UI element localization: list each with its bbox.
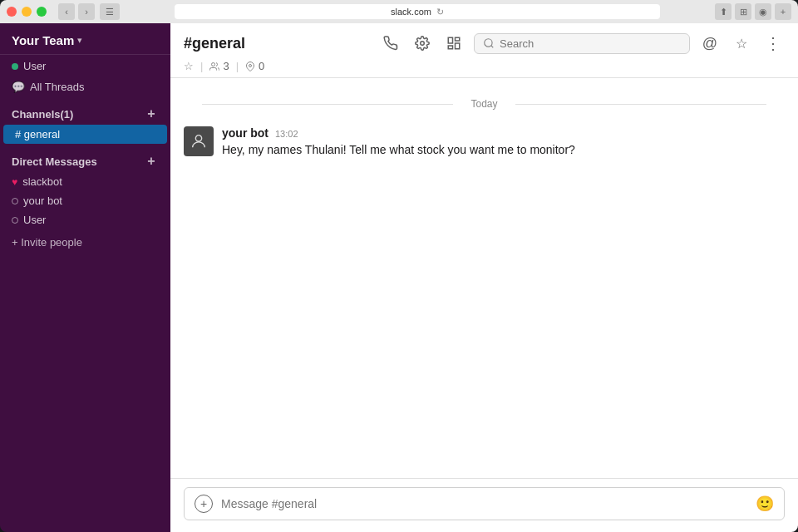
team-header[interactable]: Your Team ▾ <box>0 23 170 55</box>
sidebar-item-yourbot[interactable]: your bot <box>0 191 170 210</box>
svg-rect-2 <box>456 37 460 41</box>
message-input-box: + 🙂 <box>184 487 785 520</box>
sidebar-item-slackbot[interactable]: ♥ slackbot <box>0 172 170 191</box>
search-box[interactable] <box>474 33 690 54</box>
channel-star-icon[interactable]: ☆ <box>184 60 194 72</box>
back-button[interactable]: ‹ <box>58 3 75 20</box>
sidebar-user: User <box>0 55 170 77</box>
pin-icon <box>245 62 255 71</box>
dm-section-header: Direct Messages + <box>0 144 170 172</box>
invite-label: + Invite people <box>12 236 82 249</box>
layout-icon[interactable] <box>442 32 466 55</box>
members-icon <box>209 62 219 71</box>
user-dm-name: User <box>23 214 46 226</box>
message-header: your bot 13:02 <box>222 126 575 140</box>
message-input[interactable] <box>221 497 747 510</box>
sidebar-item-general[interactable]: # general <box>3 125 167 144</box>
sidebar-user-name: User <box>23 60 46 72</box>
avatar <box>184 126 214 156</box>
sidebar-item-user[interactable]: User <box>0 210 170 229</box>
mentions-icon[interactable]: @ <box>698 32 722 55</box>
message-text: Hey, my names Thulani! Tell me what stoc… <box>222 141 575 159</box>
svg-rect-3 <box>456 43 460 49</box>
title-bar: ‹ › ☰ slack.com ↻ ⬆ ⊞ ◉ + <box>0 0 798 23</box>
starred-icon[interactable]: ☆ <box>730 32 753 55</box>
threads-icon: 💬 <box>12 81 25 93</box>
add-dm-button[interactable]: + <box>144 154 159 169</box>
overflow-menu-button[interactable]: ⋮ <box>761 32 785 55</box>
svg-rect-1 <box>448 37 452 43</box>
user-status-dot <box>12 63 18 70</box>
search-input[interactable] <box>500 37 681 50</box>
channel-name: # general <box>15 128 60 140</box>
refresh-icon[interactable]: ↻ <box>436 7 444 17</box>
svg-point-8 <box>195 135 201 141</box>
yourbot-status-dot <box>12 198 18 204</box>
team-name: Your Team <box>12 33 74 47</box>
phone-icon[interactable] <box>379 32 402 55</box>
channels-label: Channels(1) <box>12 108 73 121</box>
user-dm-status-dot <box>12 217 18 224</box>
sidebar: Your Team ▾ User 💬 All Threads Channels(… <box>0 23 170 532</box>
emoji-button[interactable]: 🙂 <box>756 495 774 513</box>
message-item: your bot 13:02 Hey, my names Thulani! Te… <box>170 123 798 162</box>
url-bar[interactable]: slack.com ↻ <box>175 4 660 19</box>
channel-meta: ☆ | 3 | 0 <box>184 55 785 77</box>
app-window: ‹ › ☰ slack.com ↻ ⬆ ⊞ ◉ + Your Team ▾ Us… <box>0 0 798 532</box>
members-count: 3 <box>209 60 229 72</box>
svg-point-5 <box>485 39 492 47</box>
channels-section-header: Channels(1) + <box>0 96 170 125</box>
add-attachment-button[interactable]: + <box>195 495 213 513</box>
settings-icon[interactable] <box>411 32 434 55</box>
yourbot-name: your bot <box>23 195 62 207</box>
channel-header: #general <box>170 23 798 78</box>
channel-title: #general <box>184 35 369 52</box>
sidebar-all-threads[interactable]: 💬 All Threads <box>0 77 170 96</box>
message-input-area: + 🙂 <box>170 478 798 532</box>
all-threads-label: All Threads <box>30 81 85 93</box>
slackbot-name: slackbot <box>22 175 62 188</box>
search-icon <box>483 37 495 49</box>
message-body: your bot 13:02 Hey, my names Thulani! Te… <box>222 126 575 159</box>
add-channel-button[interactable]: + <box>144 106 159 121</box>
slackbot-status-icon: ♥ <box>12 176 17 188</box>
svg-point-0 <box>421 42 425 46</box>
main-content: #general <box>170 23 798 532</box>
header-actions: @ ☆ ⋮ <box>379 32 785 55</box>
add-tab-button[interactable]: + <box>775 3 791 20</box>
share-button[interactable]: ⬆ <box>715 3 732 20</box>
new-tab-button[interactable]: ⊞ <box>735 3 751 20</box>
app-layout: Your Team ▾ User 💬 All Threads Channels(… <box>0 23 798 532</box>
messages-area: Today your bot 13:02 Hey, my names Thula… <box>170 78 798 478</box>
minimize-window-button[interactable] <box>22 7 32 17</box>
maximize-window-button[interactable] <box>37 7 47 17</box>
forward-button[interactable]: › <box>78 3 95 20</box>
url-text: slack.com <box>391 7 431 17</box>
message-author: your bot <box>222 126 268 140</box>
close-window-button[interactable] <box>7 7 17 17</box>
sidebar-toggle-button[interactable]: ☰ <box>100 3 120 20</box>
dm-label: Direct Messages <box>12 155 97 168</box>
svg-point-7 <box>249 64 252 66</box>
channel-header-top: #general <box>184 32 785 55</box>
date-divider: Today <box>170 98 798 110</box>
svg-rect-4 <box>448 46 452 49</box>
pins-count: 0 <box>245 60 264 72</box>
extensions-button[interactable]: ◉ <box>755 3 771 20</box>
message-time: 13:02 <box>275 129 298 139</box>
invite-people-button[interactable]: + Invite people <box>0 229 170 255</box>
svg-point-6 <box>212 62 215 66</box>
team-chevron-icon: ▾ <box>77 35 82 46</box>
